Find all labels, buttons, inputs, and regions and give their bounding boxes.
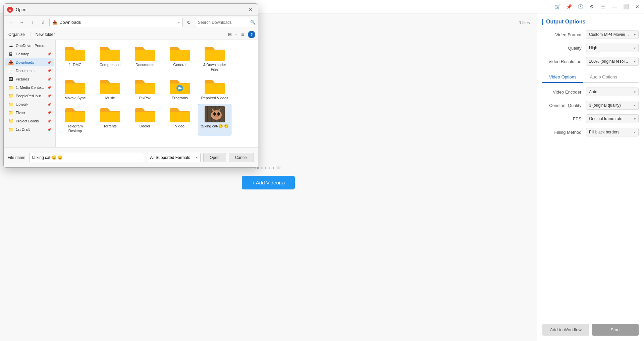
file-item-jdownloader[interactable]: J-Downloader Files — [198, 43, 231, 74]
svg-rect-2 — [207, 106, 208, 122]
file-item-documents[interactable]: Documents — [128, 43, 162, 74]
view-dropdown[interactable]: ▾ — [235, 32, 237, 37]
folder-icon-pikpak — [135, 78, 155, 94]
file-name-telegram: Telegram Desktop — [61, 124, 90, 133]
dialog-close-button[interactable]: ✕ — [247, 6, 255, 14]
format-label: All Supported Formats — [150, 155, 190, 160]
file-item-talking-cat[interactable]: ✓ — [198, 104, 231, 136]
add-to-workflow-button[interactable]: Add to Workflow — [542, 324, 589, 336]
video-format-select[interactable]: Custom MP4 Movie(... ▾ — [586, 30, 639, 39]
dialog-open-button[interactable]: Open — [203, 153, 226, 162]
pin-icon[interactable]: 📌 — [566, 3, 572, 10]
file-item-general[interactable]: General — [163, 43, 197, 74]
dialog-cancel-button[interactable]: Cancel — [229, 153, 254, 162]
quality-row: Quality: High ▾ — [542, 44, 639, 52]
file-name-dmg: 1. DMG — [69, 62, 82, 67]
organize-button[interactable]: Organize — [6, 32, 27, 38]
recent-button[interactable]: ⇩ — [39, 18, 48, 27]
restore-icon[interactable]: ⬜ — [623, 3, 629, 10]
sidebar-item-desktop[interactable]: 🖥 Desktop 📌 — [5, 50, 54, 58]
dialog-title: Open — [16, 7, 247, 12]
file-name-jdownloader: J-Downloader Files — [200, 62, 229, 72]
file-item-movavi[interactable]: Movavi Sync — [58, 76, 92, 103]
up-button[interactable]: ↑ — [28, 18, 37, 27]
address-path: Downloads — [59, 20, 81, 25]
back-button[interactable]: ← — [6, 18, 16, 27]
1st-draft-icon: 📁 — [8, 127, 14, 132]
tab-audio-options[interactable]: Audio Options — [583, 72, 624, 82]
resolution-row: Video Resolution: 100% (original resol..… — [542, 57, 639, 66]
folder-icon-programs — [170, 78, 190, 94]
file-item-video[interactable]: Video — [163, 104, 197, 136]
fps-label: FPS: — [542, 116, 586, 121]
file-item-telegram[interactable]: Telegram Desktop — [58, 104, 92, 136]
file-item-programs[interactable]: Programs — [163, 76, 197, 103]
file-item-torrents[interactable]: Torrents — [93, 104, 127, 136]
search-icon: 🔍 — [250, 20, 256, 25]
tab-video-options[interactable]: Video Options — [542, 72, 583, 83]
sidebar-item-documents[interactable]: 📄 Documents 📌 — [5, 67, 54, 75]
add-video-button[interactable]: + Add Video(s) — [242, 176, 295, 189]
help-button[interactable]: ? — [248, 31, 255, 38]
sidebar-item-label-downloads: Downloads — [16, 60, 34, 64]
sidebar-item-fiverr[interactable]: 📁 Fiverr 📌 — [5, 109, 54, 117]
search-input[interactable] — [198, 20, 248, 25]
svg-point-11 — [215, 115, 218, 117]
downloads-icon: 📥 — [52, 20, 57, 25]
file-item-music[interactable]: Music — [93, 76, 127, 103]
sidebar-item-label-upwork: Upwork — [16, 102, 28, 106]
fps-row: FPS: Original frame rate ▾ — [542, 114, 639, 123]
quality-select[interactable]: High ▾ — [586, 44, 639, 52]
sidebar-item-pictures[interactable]: 🖼 Pictures 📌 — [5, 75, 54, 83]
sidebar-item-onedrive[interactable]: ☁ OneDrive - Perso... — [5, 42, 54, 50]
onedrive-icon: ☁ — [8, 43, 14, 48]
file-item-dmg[interactable]: 1. DMG — [58, 43, 92, 74]
format-select[interactable]: All Supported Formats ▾ — [147, 153, 201, 162]
format-dropdown-arrow: ▾ — [196, 156, 198, 159]
resolution-select[interactable]: 100% (original resol... ▾ — [586, 57, 639, 66]
media-center-icon: 📁 — [8, 85, 14, 90]
grid-view-button[interactable]: ⊞ — [226, 31, 234, 39]
desktop-pin-icon: 📌 — [47, 52, 51, 56]
dialog-body: ☁ OneDrive - Perso... 🖥 Desktop 📌 📥 Down… — [4, 40, 258, 147]
address-bar[interactable]: 📥 Downloads ▾ — [49, 18, 183, 27]
forward-button[interactable]: → — [17, 18, 26, 27]
fps-select[interactable]: Original frame rate ▾ — [586, 114, 639, 123]
sidebar-item-project-bonds[interactable]: 📁 Project Bonds 📌 — [5, 117, 54, 125]
gear-icon[interactable]: ⚙ — [588, 3, 595, 10]
file-name-pikpak: PikPak — [139, 96, 151, 100]
minimize-icon[interactable]: — — [611, 3, 618, 10]
dialog-titlebar: O Open ✕ — [4, 4, 258, 16]
constant-quality-select[interactable]: 3 (original quality) ▾ — [586, 101, 639, 110]
clock-icon[interactable]: 🕐 — [577, 3, 584, 10]
file-item-pikpak[interactable]: PikPak — [128, 76, 162, 103]
encoder-select[interactable]: Auto ▾ — [586, 88, 639, 96]
file-item-compressed[interactable]: Compressed — [93, 43, 127, 74]
folder-icon-jdownloader — [205, 45, 225, 61]
menu-icon[interactable]: ☰ — [600, 3, 606, 10]
cart-icon[interactable]: 🛒 — [554, 3, 561, 10]
refresh-button[interactable]: ↻ — [184, 18, 194, 27]
separator: | — [30, 32, 31, 38]
sidebar-item-1st-draft[interactable]: 📁 1st Draft 📌 — [5, 125, 54, 133]
sidebar-item-downloads[interactable]: 📥 Downloads 📌 — [5, 58, 54, 66]
details-view-button[interactable]: ≡ — [238, 31, 247, 39]
file-item-udeler[interactable]: Udeler — [128, 104, 162, 136]
resolution-label: Video Resolution: — [542, 59, 586, 64]
sidebar-item-upwork[interactable]: 📁 Upwork 📌 — [5, 100, 54, 108]
documents-pin-icon: 📌 — [47, 69, 51, 73]
sidebar-item-media-center[interactable]: 📁 1. Media Cente... 📌 — [5, 83, 54, 92]
file-item-repaired[interactable]: Repaired Videos — [198, 76, 231, 103]
upwork-icon: 📁 — [8, 102, 14, 107]
filename-input[interactable] — [29, 153, 144, 162]
constant-quality-label: Constant Quality: — [542, 103, 586, 108]
media-center-pin-icon: 📌 — [47, 86, 51, 90]
app-close-icon[interactable]: ✕ — [634, 3, 641, 10]
sidebar-item-peopleperhour[interactable]: 📁 PeoplePerHour... 📌 — [5, 92, 54, 100]
address-dropdown-arrow[interactable]: ▾ — [178, 20, 180, 24]
sidebar-item-label-desktop: Desktop — [16, 52, 29, 56]
encoder-label: Video Encoder: — [542, 90, 586, 95]
new-folder-button[interactable]: New folder — [34, 32, 57, 38]
filling-method-select[interactable]: Fill black borders ▾ — [586, 128, 639, 136]
start-button[interactable]: Start — [592, 324, 639, 336]
